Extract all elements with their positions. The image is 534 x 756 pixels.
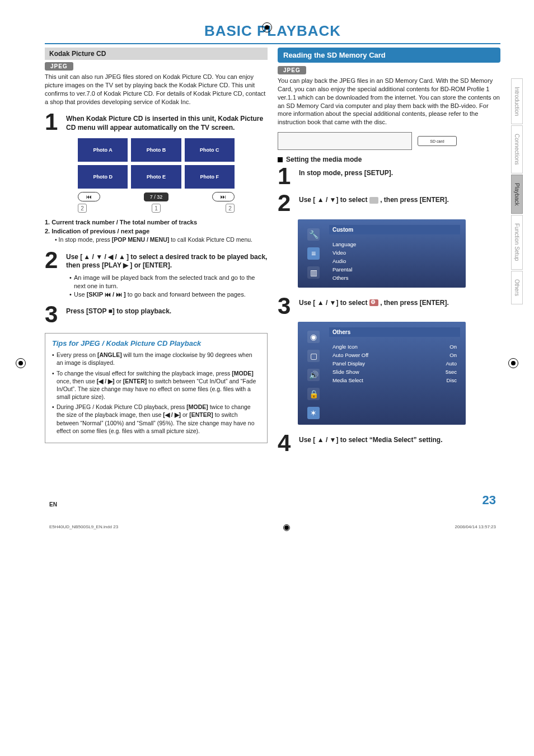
sd-section-heading: Reading the SD Memory Card [278, 48, 500, 63]
step-2: 2 Use [▲ / ▼ / ◀ / ▲] to select a desire… [45, 250, 268, 299]
photo-b: Photo B [131, 138, 181, 162]
osd-others-title: Others [329, 327, 460, 337]
nav-next-button[interactable]: ⏭ [212, 192, 235, 201]
photo-d: Photo D [78, 165, 128, 189]
kodak-heading: Kodak Picture CD [45, 48, 268, 60]
jpeg-tag: JPEG [45, 62, 73, 71]
tab-introduction: Introduction [511, 78, 523, 124]
step-3: 3 Press [STOP ■] to stop playback. [45, 304, 268, 325]
gear-icon: ✶ [307, 407, 320, 419]
device-illustration: SD card [278, 132, 500, 150]
osd-row-autopower: Auto Power OffOn [329, 351, 460, 359]
nav-count: 7 / 32 [144, 192, 169, 201]
step-2-bullet-1: An image will be played back from the se… [69, 274, 268, 290]
monitor-icon: ▢ [307, 350, 320, 362]
lock-icon: 🔒 [307, 388, 320, 400]
osd-item-audio: Audio [329, 257, 460, 265]
r-step-2: 2 Use [ ▲ / ▼] to select , then press [E… [278, 192, 500, 214]
step-3-text: Press [STOP ■] to stop playback. [66, 304, 171, 325]
annotation-1: 1 [152, 204, 161, 213]
register-mark-top [262, 22, 272, 32]
speaker-icon: 🔊 [307, 369, 320, 381]
tips-box: Tips for JPEG / Kodak Picture CD Playbac… [45, 333, 268, 443]
photo-c: Photo C [185, 138, 235, 162]
tab-others: Others [511, 271, 523, 304]
disc-icon: ◉ [307, 331, 320, 343]
tab-function-setup: Function Setup [511, 215, 523, 269]
print-timestamp: 2008/04/14 13:57:23 [455, 524, 496, 531]
sliders-icon: ≡ [307, 247, 320, 260]
side-tabs: Introduction Connections Playback Functi… [511, 78, 523, 304]
gear-pink-icon [369, 299, 378, 306]
player-device-icon [278, 132, 412, 150]
right-column: Reading the SD Memory Card JPEG You can … [278, 48, 500, 459]
step-1-text: When Kodak Picture CD is inserted in thi… [66, 111, 268, 133]
file-line: E5H40UD_NB500SL9_EN.indd 23 [49, 524, 118, 531]
legend-1: 1. Current track number / The total numb… [45, 218, 268, 227]
photo-a: Photo A [78, 138, 128, 162]
osd-row-angle: Angle IconOn [329, 342, 460, 351]
legend-2-sub: • In stop mode, press [POP MENU / MENU] … [55, 236, 268, 244]
r-step-3: 3 Use [ ▲ / ▼] to select , then press [E… [278, 295, 500, 317]
r-step-4-number: 4 [278, 433, 294, 454]
tip-2: To change the visual effect for switchin… [52, 369, 260, 401]
wrench-icon: 🔧 [307, 228, 320, 241]
step-3-number: 3 [45, 304, 62, 325]
step-1: 1 When Kodak Picture CD is inserted in t… [45, 111, 268, 133]
osd-item-parental: Parental [329, 265, 460, 274]
osd-item-others: Others [329, 274, 460, 282]
nav-prev-button[interactable]: ⏮ [78, 192, 100, 201]
step-2-bullet-2: Use [SKIP ⏮ / ⏭ ] to go back and forward… [69, 290, 268, 299]
osd-custom-title: Custom [329, 225, 460, 234]
r-step-1-text: In stop mode, press [SETUP]. [299, 166, 393, 187]
annotation-2-right: 2 [226, 204, 235, 213]
photo-f: Photo F [185, 165, 235, 189]
left-column: Kodak Picture CD JPEG This unit can also… [45, 48, 268, 459]
osd-row-panel: Panel DisplayAuto [329, 359, 460, 368]
language-label: EN [49, 501, 57, 508]
tab-playback: Playback [511, 175, 523, 214]
r-step-4-text: Use [ ▲ / ▼] to select “Media Select” se… [299, 433, 443, 454]
osd-others: ◉ ▢ 🔊 🔒 ✶ Others Angle IconOn Auto Power… [298, 322, 466, 425]
osd-item-video: Video [329, 248, 460, 257]
osd-row-mediaselect: Media SelectDisc [329, 376, 460, 384]
r-step-1-number: 1 [278, 166, 294, 187]
sd-intro: You can play back the JPEG files in an S… [278, 77, 500, 126]
picture-icon: ▥ [307, 266, 320, 279]
r-step-1: 1 In stop mode, press [SETUP]. [278, 166, 500, 187]
osd-row-slideshow: Slide Show5sec [329, 368, 460, 376]
r-step-4: 4 Use [ ▲ / ▼] to select “Media Select” … [278, 433, 500, 454]
tips-title: Tips for JPEG / Kodak Picture CD Playbac… [52, 339, 260, 348]
register-mark-bottom [283, 524, 290, 531]
legend-list: 1. Current track number / The total numb… [45, 218, 268, 243]
r-step-3-number: 3 [278, 295, 294, 317]
osd-item-language: Language [329, 240, 460, 248]
register-mark-right [508, 358, 518, 368]
step-2-number: 2 [45, 250, 62, 299]
arrows-icon: ▲ / ▼ / ◀ / ▲ [82, 253, 127, 262]
setting-mode-heading: Setting the media mode [278, 156, 500, 163]
step-2-text: Use [▲ / ▼ / ◀ / ▲] to select a desired … [66, 250, 268, 299]
step-1-number: 1 [45, 111, 62, 133]
slider-icon [369, 197, 378, 204]
title-rule [45, 43, 500, 44]
photo-e: Photo E [131, 165, 181, 189]
tab-connections: Connections [511, 125, 523, 173]
r-step-2-text: Use [ ▲ / ▼] to select , then press [ENT… [299, 192, 449, 214]
osd-custom: 🔧 ≡ ▥ Custom Language Video Audio Parent… [298, 219, 466, 288]
tip-1: Every press on [ANGLE] will turn the ima… [52, 351, 260, 367]
annotation-2-left: 2 [78, 204, 87, 213]
page-footer: EN 23 [45, 493, 500, 508]
r-step-2-number: 2 [278, 192, 294, 214]
kodak-intro: This unit can also run JPEG files stored… [45, 73, 268, 106]
page-number: 23 [483, 493, 496, 508]
sd-card-icon: SD card [418, 136, 457, 146]
photo-grid: Photo A Photo B Photo C Photo D Photo E … [78, 138, 235, 213]
register-mark-left [16, 358, 26, 368]
page-title: BASIC PLAYBACK [45, 22, 500, 40]
jpeg-tag-right: JPEG [278, 66, 306, 74]
print-footer: E5H40UD_NB500SL9_EN.indd 23 2008/04/14 1… [45, 524, 500, 531]
legend-2: 2. Indication of previous / next page [45, 227, 268, 236]
r-step-3-text: Use [ ▲ / ▼] to select , then press [ENT… [299, 295, 449, 317]
tip-3: During JPEG / Kodak Picture CD playback,… [52, 403, 260, 435]
